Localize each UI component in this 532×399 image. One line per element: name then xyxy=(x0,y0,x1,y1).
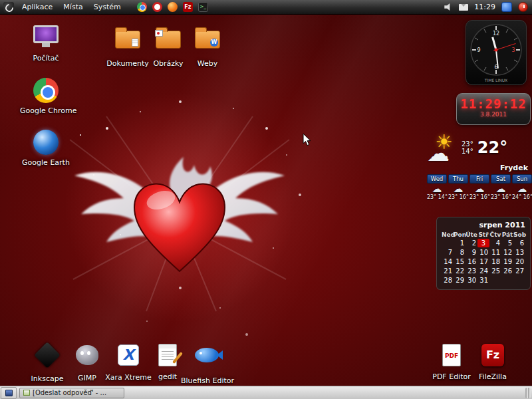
calendar-day: 19 xyxy=(501,257,513,266)
calendar-day: 5 xyxy=(501,239,513,247)
calendar-day: 9 xyxy=(466,248,477,257)
chrome-icon xyxy=(33,78,59,103)
icon-label: Weby xyxy=(182,59,233,68)
weather-current-temp: 22° xyxy=(477,138,507,157)
weather-low: 14° xyxy=(462,148,473,155)
task-label: [Odeslat odpověď' - ... xyxy=(33,389,106,396)
icon-label: Bluefish Editor xyxy=(181,376,233,385)
mouse-cursor xyxy=(303,133,312,146)
weather-widget[interactable]: ☀ ☁ 23° 14° 22° Frydek Wed ☁ 23° 14° Thu xyxy=(427,133,531,200)
cloud-icon: ☁ xyxy=(491,184,511,194)
calendar-day: 24 xyxy=(477,267,489,275)
menu-system[interactable]: Systém xyxy=(88,1,126,13)
panel-clock[interactable]: 11:29 xyxy=(474,3,495,11)
system-tray: 11:29 xyxy=(444,2,532,12)
calendar-day: 27 xyxy=(513,267,525,275)
digital-time: 11:29:12 xyxy=(457,96,530,111)
calendar-day-today: 3 xyxy=(477,239,489,247)
digital-clock-widget[interactable]: 11:29:12 3.8.2011 xyxy=(456,93,531,125)
calendar-day xyxy=(513,276,525,285)
gimp-icon xyxy=(76,345,98,365)
document-emblem-icon xyxy=(132,39,138,47)
desktop-icon-web[interactable]: W Weby xyxy=(182,25,233,68)
folder-icon: W xyxy=(195,31,220,49)
calendar-day: 28 xyxy=(442,276,454,285)
calendar-day: 29 xyxy=(454,276,466,285)
calendar-day: 31 xyxy=(477,276,489,285)
filezilla-launcher-icon[interactable]: Fz xyxy=(183,2,193,12)
calendar-day: 6 xyxy=(513,239,525,247)
firefox-launcher-icon[interactable] xyxy=(168,2,178,12)
calendar-day: 30 xyxy=(466,276,477,285)
analog-clock-face: 12 3 6 9 TIME LINUX xyxy=(466,21,526,84)
taskbar: [Odeslat odpověď' - ... xyxy=(0,386,532,399)
calendar-day: 10 xyxy=(477,248,489,257)
bluefish-icon xyxy=(195,348,219,362)
forecast-day: Thu ☁ 23° 16° xyxy=(448,174,468,200)
show-desktop-button[interactable] xyxy=(1,387,17,399)
calendar-day: 16 xyxy=(466,257,477,266)
calendar-day: 22 xyxy=(454,267,466,275)
terminal-launcher-icon[interactable]: >_ xyxy=(198,2,208,12)
show-desktop-icon xyxy=(5,390,13,396)
calendar-grid: Ned Pon Úte Stř Čtv Pát Sob 1 2 3 4 5 6 … xyxy=(442,231,525,285)
calendar-day: 1 xyxy=(454,239,466,247)
task-window-icon xyxy=(23,390,30,396)
desktop[interactable]: Počítač Dokumenty Obrázky W Weby Google … xyxy=(0,15,532,386)
calendar-day-header: Pát xyxy=(501,231,513,238)
taskbar-handle[interactable] xyxy=(525,388,531,398)
forecast-day: Sun ☁ 24° 16° xyxy=(512,174,532,200)
calendar-day: 21 xyxy=(442,267,454,275)
weather-forecast: Wed ☁ 23° 14° Thu ☁ 23° 16° Fri ☁ 23° 16… xyxy=(427,174,531,200)
calendar-day-header: Sob xyxy=(513,231,525,238)
calendar-day: 15 xyxy=(454,257,466,266)
cloud-icon: ☁ xyxy=(448,184,468,194)
analog-clock-widget[interactable]: 12 3 6 9 TIME LINUX xyxy=(466,20,527,85)
svg-text:3: 3 xyxy=(511,47,515,53)
tray-app-icon[interactable] xyxy=(501,2,512,12)
pdf-icon: PDF xyxy=(442,344,461,366)
icon-label: FileZilla xyxy=(467,372,519,381)
image-emblem-icon xyxy=(155,30,163,37)
weather-high: 23° xyxy=(462,140,473,148)
clock-brand-label: TIME LINUX xyxy=(484,78,507,82)
desktop-icon-bluefish[interactable]: Bluefish Editor xyxy=(181,342,233,385)
weather-condition-icon: ☀ ☁ xyxy=(427,133,462,162)
wallpaper-heart xyxy=(66,113,293,313)
menu-places[interactable]: Místa xyxy=(58,1,88,13)
calendar-day: 17 xyxy=(477,257,489,266)
mail-icon[interactable] xyxy=(459,4,468,11)
task-button[interactable]: [Odeslat odpověď' - ... xyxy=(19,388,124,398)
chrome-launcher-icon[interactable] xyxy=(137,2,147,12)
desktop-icon-filezilla[interactable]: Fz FileZilla xyxy=(467,342,519,381)
folder-icon xyxy=(115,31,140,49)
forecast-day: Wed ☁ 23° 14° xyxy=(427,174,447,200)
forecast-day: Sat ☁ 23° 16° xyxy=(491,174,511,200)
calendar-title: srpen 2011 xyxy=(442,221,525,229)
calendar-day-header: Úte xyxy=(466,231,477,238)
xara-icon: X xyxy=(118,344,139,366)
menu-applications[interactable]: Aplikace xyxy=(17,1,58,13)
volume-icon[interactable] xyxy=(444,3,453,11)
desktop-icon-earth[interactable]: Google Earth xyxy=(20,129,72,167)
cloud-icon: ☁ xyxy=(512,184,532,194)
desktop-screen: Aplikace Místa Systém Fz >_ 11:29 xyxy=(0,0,532,399)
wallpaper-sparkles xyxy=(80,134,81,136)
calendar-widget[interactable]: srpen 2011 Ned Pon Úte Stř Čtv Pát Sob 1… xyxy=(436,217,531,290)
power-button[interactable] xyxy=(518,2,528,12)
digital-date: 3.8.2011 xyxy=(457,111,530,118)
svg-text:9: 9 xyxy=(477,47,480,53)
calendar-day: 13 xyxy=(513,248,525,257)
icon-label: Google Chrome xyxy=(20,106,72,115)
gedit-icon xyxy=(158,344,177,366)
calendar-day-header: Čtv xyxy=(489,231,501,238)
svg-text:12: 12 xyxy=(493,31,499,37)
distro-menu-icon[interactable] xyxy=(3,2,14,13)
desktop-icon-chrome[interactable]: Google Chrome xyxy=(20,77,72,115)
folder-icon xyxy=(156,31,181,49)
calendar-day xyxy=(489,276,501,285)
cloud-icon: ☁ xyxy=(427,184,447,194)
calendar-day-header: Pon xyxy=(454,231,466,238)
opera-launcher-icon[interactable] xyxy=(152,2,162,12)
desktop-icon-computer[interactable]: Počítač xyxy=(20,23,72,63)
